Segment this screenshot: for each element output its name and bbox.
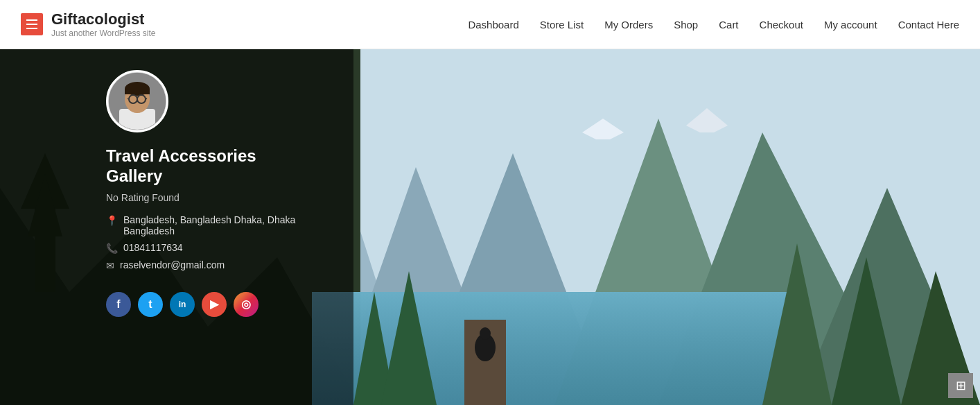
site-title: Giftacologist	[51, 10, 156, 28]
hero-section: Travel Accessories Gallery No Rating Fou…	[0, 49, 980, 405]
svg-point-16	[480, 327, 491, 340]
nav-store-list[interactable]: Store List	[540, 19, 584, 31]
twitter-button[interactable]: t	[138, 292, 163, 317]
store-location: Bangladesh, Bangladesh Dhaka, Dhaka Bang…	[123, 214, 333, 236]
floating-square-button[interactable]: ⊞	[948, 373, 973, 398]
logo-area: Giftacologist Just another WordPress sit…	[21, 10, 156, 38]
linkedin-button[interactable]: in	[170, 292, 195, 317]
svg-line-33	[146, 98, 147, 99]
nav-checkout[interactable]: Checkout	[760, 19, 803, 31]
instagram-button[interactable]: ◎	[234, 292, 259, 317]
logo-text: Giftacologist Just another WordPress sit…	[51, 10, 156, 38]
social-links: f t in ▶ ◎	[106, 292, 333, 317]
svg-rect-28	[125, 89, 150, 94]
store-phone-row: 📞 01841117634	[106, 242, 333, 254]
location-icon: 📍	[106, 215, 118, 226]
store-name: Travel Accessories Gallery	[106, 146, 333, 187]
store-email: raselvendor@gmail.com	[120, 259, 225, 270]
nav-contact-here[interactable]: Contact Here	[898, 19, 959, 31]
nav-my-account[interactable]: My account	[824, 19, 877, 31]
menu-icon[interactable]	[21, 13, 43, 35]
youtube-button[interactable]: ▶	[202, 292, 227, 317]
svg-line-32	[128, 98, 129, 99]
avatar	[106, 70, 168, 132]
store-location-row: 📍 Bangladesh, Bangladesh Dhaka, Dhaka Ba…	[106, 214, 333, 236]
store-card: Travel Accessories Gallery No Rating Fou…	[78, 49, 354, 405]
email-icon: ✉	[106, 260, 114, 271]
store-email-row: ✉ raselvendor@gmail.com	[106, 259, 333, 271]
store-phone: 01841117634	[123, 242, 183, 253]
facebook-button[interactable]: f	[106, 292, 131, 317]
nav-shop[interactable]: Shop	[674, 19, 698, 31]
store-rating: No Rating Found	[106, 192, 333, 203]
main-nav: Dashboard Store List My Orders Shop Cart…	[468, 19, 959, 31]
phone-icon: 📞	[106, 243, 118, 254]
header: Giftacologist Just another WordPress sit…	[0, 0, 980, 49]
store-info: 📍 Bangladesh, Bangladesh Dhaka, Dhaka Ba…	[106, 214, 333, 271]
nav-my-orders[interactable]: My Orders	[604, 19, 653, 31]
nav-dashboard[interactable]: Dashboard	[468, 19, 518, 31]
nav-cart[interactable]: Cart	[719, 19, 738, 31]
site-subtitle: Just another WordPress site	[51, 28, 156, 38]
